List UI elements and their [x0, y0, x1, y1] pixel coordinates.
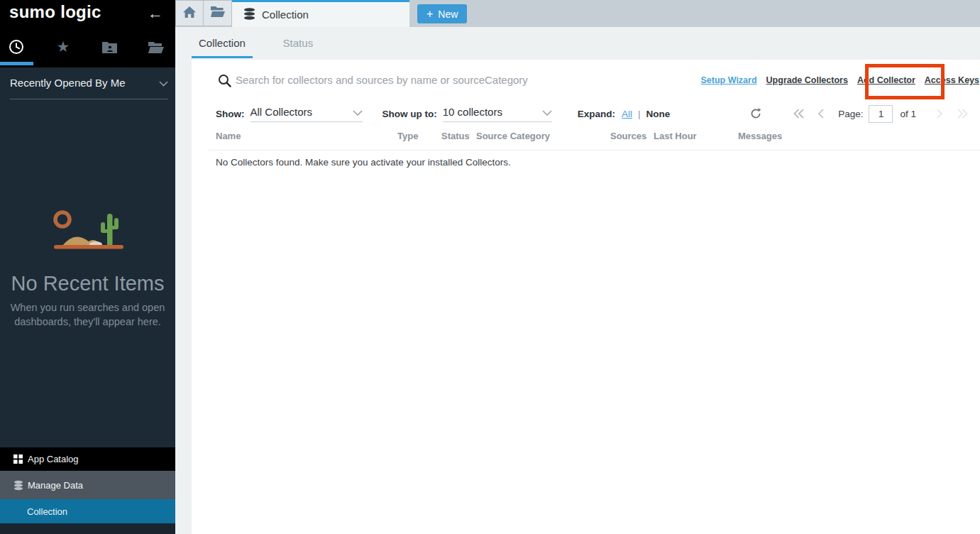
- expand-label: Expand:: [578, 109, 615, 119]
- recent-items-filter-dropdown[interactable]: Recently Opened By Me: [10, 77, 168, 99]
- collector-database-icon: [243, 8, 255, 22]
- search-icon: [218, 74, 231, 90]
- active-nav-indicator: [0, 62, 33, 65]
- content-area: Collection Status Setup Wizard Upgrade C…: [175, 27, 980, 534]
- plus-icon: +: [426, 8, 433, 21]
- expand-all-link[interactable]: All: [622, 109, 632, 119]
- subtab-status[interactable]: Status: [274, 27, 322, 58]
- expand-none-link[interactable]: None: [646, 109, 671, 119]
- table-header-row: Name Type Status Source Category Sources…: [192, 131, 980, 145]
- collapse-sidebar-arrow-icon[interactable]: ←: [148, 4, 163, 23]
- sidebar-item-label: Manage Data: [28, 480, 83, 491]
- subtab-collection[interactable]: Collection: [192, 27, 253, 58]
- library-folder-icon[interactable]: [148, 38, 165, 55]
- show-dropdown-value: All Collectors: [250, 106, 313, 118]
- empty-state-caption-line1: When you run searches and open: [0, 301, 175, 315]
- search-input[interactable]: [236, 70, 676, 89]
- sidebar-menu-strip: [0, 523, 175, 534]
- refresh-icon[interactable]: [750, 108, 761, 119]
- collection-panel: Setup Wizard Upgrade Collectors Add Coll…: [192, 60, 980, 534]
- favorites-star-icon[interactable]: ★: [55, 38, 72, 55]
- page-label: Page:: [838, 109, 863, 119]
- access-keys-link[interactable]: Access Keys: [925, 75, 979, 85]
- sidebar-bottom-menu: App Catalog Manage Data Collection: [0, 447, 175, 534]
- pagination: Page: of 1: [750, 99, 969, 128]
- toolbar-links: Setup Wizard Upgrade Collectors Add Coll…: [701, 75, 979, 85]
- show-up-to-dropdown-value: 10 collectors: [443, 106, 502, 118]
- column-header-status: Status: [441, 131, 470, 141]
- chevron-down-icon: [353, 106, 363, 118]
- empty-state-caption-line2: dashboards, they'll appear here.: [0, 315, 175, 329]
- add-collector-link[interactable]: Add Collector: [857, 75, 915, 85]
- page-total: of 1: [900, 109, 916, 119]
- sidebar-item-app-catalog[interactable]: App Catalog: [0, 447, 175, 471]
- first-page-chevrons-icon[interactable]: [793, 109, 805, 119]
- shared-content-folder-icon[interactable]: [101, 38, 118, 55]
- home-button[interactable]: [175, 0, 204, 26]
- empty-state-title: No Recent Items: [0, 272, 175, 295]
- app-root: sumo logic ← ★ Recently Opened By Me: [0, 0, 980, 534]
- app-catalog-grid-icon: [13, 454, 23, 464]
- sidebar-header: sumo logic ← ★: [0, 0, 175, 67]
- next-page-chevron-icon[interactable]: [936, 109, 944, 119]
- column-header-type: Type: [397, 131, 418, 141]
- show-label: Show:: [216, 109, 245, 119]
- table-header-divider: [209, 150, 980, 151]
- column-header-source-category: Source Category: [476, 131, 550, 141]
- column-header-sources: Sources: [610, 131, 646, 141]
- show-dropdown[interactable]: All Collectors: [250, 106, 363, 122]
- tab-collection[interactable]: Collection: [232, 0, 409, 27]
- list-controls: Show: All Collectors Show up to: 10 coll…: [216, 99, 670, 128]
- column-header-name: Name: [216, 131, 241, 141]
- chevron-down-icon: [542, 106, 552, 118]
- sidebar-item-label: Collection: [27, 506, 67, 517]
- show-up-to-label: Show up to:: [382, 109, 437, 119]
- sidebar-item-manage-data[interactable]: Manage Data: [0, 471, 175, 499]
- home-icon: [183, 6, 196, 21]
- database-icon: [13, 480, 23, 491]
- empty-state-caption: When you run searches and open dashboard…: [0, 301, 175, 329]
- last-page-chevrons-icon[interactable]: [957, 109, 969, 119]
- column-header-last-hour: Last Hour: [654, 131, 697, 141]
- sidebar-item-label: App Catalog: [28, 454, 79, 464]
- previous-page-chevron-icon[interactable]: [817, 109, 825, 119]
- tab-label: Collection: [262, 9, 309, 21]
- library-button[interactable]: [204, 0, 232, 26]
- folder-icon: [211, 6, 225, 20]
- sidebar: sumo logic ← ★ Recently Opened By Me: [0, 0, 175, 534]
- expand-divider: |: [638, 109, 641, 119]
- sidebar-item-collection[interactable]: Collection: [0, 499, 175, 523]
- setup-wizard-link[interactable]: Setup Wizard: [701, 75, 757, 85]
- column-header-messages: Messages: [738, 131, 782, 141]
- subtab-bar: Collection Status: [192, 27, 322, 58]
- chevron-down-icon: [159, 77, 168, 89]
- new-tab-button[interactable]: + New: [417, 4, 467, 23]
- recent-items-filter-label: Recently Opened By Me: [10, 77, 126, 89]
- new-tab-button-label: New: [438, 9, 458, 20]
- empty-table-message: No Collectors found. Make sure you activ…: [216, 157, 511, 168]
- desert-empty-illustration: [0, 205, 175, 260]
- tab-bar: Collection + New: [175, 0, 980, 27]
- sumo-logic-logo: sumo logic: [9, 2, 101, 22]
- upgrade-collectors-link[interactable]: Upgrade Collectors: [766, 75, 848, 85]
- show-up-to-dropdown[interactable]: 10 collectors: [443, 106, 552, 122]
- page-number-input[interactable]: [869, 105, 893, 123]
- recents-clock-icon[interactable]: [8, 38, 25, 55]
